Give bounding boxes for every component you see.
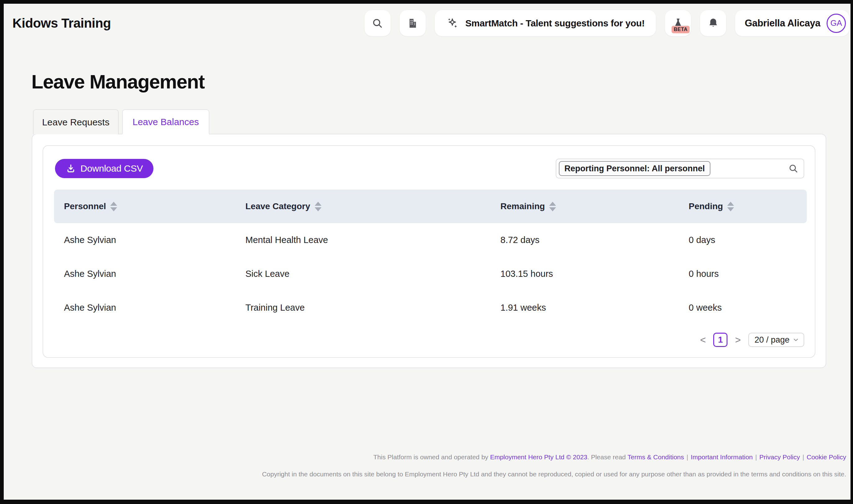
separator: | [755,453,757,461]
tab-leave-balances[interactable]: Leave Balances [122,109,209,134]
column-header-pending[interactable]: Pending [689,201,807,211]
download-csv-button[interactable]: Download CSV [55,159,154,178]
beta-badge: BETA [672,26,690,33]
sort-icon [315,202,321,211]
notifications-button[interactable] [700,10,726,36]
cell-remaining: 1.91 weeks [501,303,689,313]
reporting-personnel-chip[interactable]: Reporting Personnel: All personnel [559,161,710,176]
cookie-policy-link[interactable]: Cookie Policy [807,453,846,461]
user-name: Gabriella Alicaya [745,18,820,29]
cell-pending: 0 days [689,235,807,245]
column-header-leave-category[interactable]: Leave Category [245,201,501,211]
leave-balances-card: Download CSV Reporting Personnel: All pe… [42,145,815,358]
footer-line-2: Copyright in the documents on this site … [4,470,846,479]
page-number-button[interactable]: 1 [713,333,728,347]
search-button[interactable] [364,10,391,36]
tab-label: Leave Balances [133,117,199,127]
top-bar-actions: SmartMatch - Talent suggestions for you!… [364,10,849,36]
page-title: Leave Management [31,70,851,93]
table-row[interactable]: Ashe Sylvian Sick Leave 103.15 hours 0 h… [54,257,807,291]
organisation-button[interactable] [399,10,426,36]
cell-personnel: Ashe Sylvian [54,303,245,313]
employment-hero-link[interactable]: Employment Hero Pty Ltd © 2023 [490,453,587,461]
cell-remaining: 103.15 hours [501,269,689,279]
footer-line-1: This Platform is owned and operated by E… [4,452,846,462]
privacy-policy-link[interactable]: Privacy Policy [760,453,800,461]
column-header-remaining[interactable]: Remaining [501,201,689,211]
page-size-select[interactable]: 20 / page [748,333,804,347]
terms-conditions-link[interactable]: Terms & Conditions [627,453,684,461]
cell-leave-category: Sick Leave [245,269,501,279]
cell-pending: 0 hours [689,269,807,279]
table-header-row: Personnel Leave Category Remaining Pendi… [54,190,807,223]
cell-personnel: Ashe Sylvian [54,235,245,245]
tab-bar: Leave Requests Leave Balances [33,109,851,134]
separator: | [802,453,804,461]
footer: This Platform is owned and operated by E… [4,452,851,479]
tab-label: Leave Requests [42,117,110,128]
column-label: Leave Category [245,201,310,211]
cell-leave-category: Training Leave [245,303,501,313]
column-header-personnel[interactable]: Personnel [64,201,245,211]
top-bar: Kidows Training [4,4,851,36]
footer-text: This Platform is owned and operated by [373,453,490,461]
avatar: GA [826,14,846,33]
sort-icon [549,202,556,211]
sparkles-icon [446,16,460,30]
table-row[interactable]: Ashe Sylvian Mental Health Leave 8.72 da… [54,223,807,257]
cell-leave-category: Mental Health Leave [245,235,501,245]
cell-remaining: 8.72 days [501,235,689,245]
pagination: < 1 > 20 / page [43,333,804,347]
personnel-search-input[interactable]: Reporting Personnel: All personnel [556,159,804,178]
download-csv-label: Download CSV [81,163,143,174]
chevron-down-icon [793,337,799,343]
leave-balances-table: Personnel Leave Category Remaining Pendi… [54,190,807,325]
search-icon [371,17,383,29]
important-information-link[interactable]: Important Information [691,453,753,461]
sort-icon [110,202,117,211]
smartmatch-label: SmartMatch - Talent suggestions for you! [465,18,645,29]
beta-features-button[interactable]: BETA [665,10,691,36]
brand-title: Kidows Training [13,16,111,31]
building-icon [407,17,418,29]
previous-page-button[interactable]: < [700,335,706,345]
separator: | [686,453,688,461]
cell-personnel: Ashe Sylvian [54,269,245,279]
leave-balances-panel: Download CSV Reporting Personnel: All pe… [32,134,826,368]
cell-pending: 0 weeks [689,303,807,313]
search-icon [788,163,799,174]
smartmatch-button[interactable]: SmartMatch - Talent suggestions for you! [435,10,656,36]
app-window: Kidows Training [0,0,853,504]
sort-icon [727,202,734,211]
page-size-value: 20 / page [754,335,790,345]
table-toolbar: Download CSV Reporting Personnel: All pe… [55,159,804,178]
user-menu-button[interactable]: Gabriella Alicaya GA [735,10,849,36]
footer-text: . Please read [587,453,627,461]
download-icon [66,163,76,174]
table-row[interactable]: Ashe Sylvian Training Leave 1.91 weeks 0… [54,291,807,325]
next-page-button[interactable]: > [735,335,741,345]
column-label: Remaining [501,201,545,211]
tab-leave-requests[interactable]: Leave Requests [33,109,119,134]
column-label: Pending [689,201,723,211]
column-label: Personnel [64,201,106,211]
bell-icon [707,17,719,29]
